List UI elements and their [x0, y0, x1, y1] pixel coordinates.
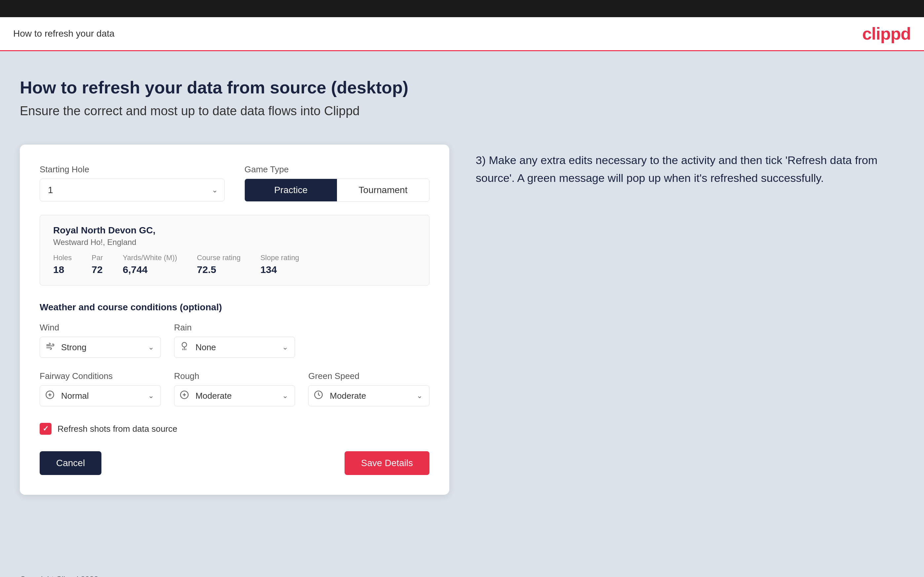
rough-select[interactable]: Moderate	[193, 385, 290, 406]
tournament-button[interactable]: Tournament	[337, 179, 429, 201]
stat-holes: Holes 18	[53, 253, 72, 275]
wind-select-wrapper[interactable]: Strong ⌄	[40, 337, 161, 358]
slope-rating-label: Slope rating	[260, 253, 299, 262]
wind-group: Wind Strong ⌄	[40, 322, 161, 358]
fairway-group: Fairway Conditions Normal ⌄	[40, 371, 161, 406]
wind-icon	[45, 342, 55, 353]
holes-value: 18	[53, 264, 72, 275]
fairway-label: Fairway Conditions	[40, 371, 161, 381]
save-button[interactable]: Save Details	[344, 451, 430, 475]
side-description: 3) Make any extra edits necessary to the…	[476, 145, 904, 187]
starting-hole-select[interactable]: 1	[40, 179, 224, 201]
game-type-buttons: Practice Tournament	[244, 179, 430, 202]
rough-label: Rough	[174, 371, 296, 381]
game-type-label: Game Type	[244, 164, 430, 175]
footer: Copyright Clippd 2022	[0, 565, 924, 577]
course-stats: Holes 18 Par 72 Yards/White (M)) 6,744 C…	[53, 253, 416, 275]
par-label: Par	[92, 253, 103, 262]
refresh-checkbox-row: ✓ Refresh shots from data source	[40, 423, 430, 435]
rain-label: Rain	[174, 322, 296, 333]
conditions-grid-row2: Fairway Conditions Normal ⌄ Rough	[40, 371, 430, 406]
rain-select[interactable]: None	[193, 337, 290, 358]
logo: clippd	[862, 24, 911, 44]
yards-label: Yards/White (M))	[123, 253, 178, 262]
green-speed-select[interactable]: Moderate	[327, 385, 424, 406]
content-area: Starting Hole 1 ⌄ Game Type Practice Tou…	[20, 145, 904, 495]
form-section-top: Starting Hole 1 ⌄ Game Type Practice Tou…	[40, 164, 430, 202]
course-info-box: Royal North Devon GC, Westward Ho!, Engl…	[40, 215, 430, 285]
green-speed-select-wrapper[interactable]: Moderate ⌄	[308, 385, 430, 406]
checkmark-icon: ✓	[43, 424, 48, 433]
side-note-text: 3) Make any extra edits necessary to the…	[476, 151, 904, 187]
game-type-group: Game Type Practice Tournament	[244, 164, 430, 202]
conditions-grid-row1: Wind Strong ⌄ Rain	[40, 322, 430, 358]
wind-select[interactable]: Strong	[58, 337, 155, 358]
wind-label: Wind	[40, 322, 161, 333]
slope-rating-value: 134	[260, 264, 299, 275]
rain-group: Rain None ⌄	[174, 322, 296, 358]
copyright: Copyright Clippd 2022	[20, 575, 98, 577]
top-bar	[0, 0, 924, 17]
header: How to refresh your data clippd	[0, 17, 924, 51]
holes-label: Holes	[53, 253, 72, 262]
starting-hole-select-wrapper[interactable]: 1 ⌄	[40, 179, 225, 201]
course-name: Royal North Devon GC,	[53, 225, 416, 236]
rough-select-wrapper[interactable]: Moderate ⌄	[174, 385, 296, 406]
green-speed-icon	[314, 390, 323, 402]
course-location: Westward Ho!, England	[53, 238, 416, 247]
rough-group: Rough Moderate ⌄	[174, 371, 296, 406]
header-title: How to refresh your data	[13, 28, 115, 39]
rough-icon	[180, 390, 189, 402]
main-content: How to refresh your data from source (de…	[0, 51, 924, 565]
course-rating-label: Course rating	[197, 253, 241, 262]
course-rating-value: 72.5	[197, 264, 241, 275]
green-speed-label: Green Speed	[308, 371, 430, 381]
rain-select-wrapper[interactable]: None ⌄	[174, 337, 296, 358]
starting-hole-label: Starting Hole	[40, 164, 225, 175]
page-heading: How to refresh your data from source (de…	[20, 77, 904, 97]
practice-button[interactable]: Practice	[245, 179, 337, 201]
starting-hole-group: Starting Hole 1 ⌄	[40, 164, 225, 202]
par-value: 72	[92, 264, 103, 275]
conditions-heading: Weather and course conditions (optional)	[40, 302, 430, 313]
stat-course-rating: Course rating 72.5	[197, 253, 241, 275]
form-card: Starting Hole 1 ⌄ Game Type Practice Tou…	[20, 145, 449, 495]
green-speed-group: Green Speed Moderate ⌄	[308, 371, 430, 406]
yards-value: 6,744	[123, 264, 178, 275]
rain-icon	[180, 342, 189, 353]
refresh-label: Refresh shots from data source	[58, 424, 178, 434]
refresh-checkbox[interactable]: ✓	[40, 423, 52, 435]
cancel-button[interactable]: Cancel	[40, 451, 102, 475]
fairway-icon	[45, 390, 55, 402]
page-subheading: Ensure the correct and most up to date d…	[20, 104, 904, 118]
form-actions: Cancel Save Details	[40, 451, 430, 475]
stat-slope-rating: Slope rating 134	[260, 253, 299, 275]
stat-yards: Yards/White (M)) 6,744	[123, 253, 178, 275]
stat-par: Par 72	[92, 253, 103, 275]
fairway-select-wrapper[interactable]: Normal ⌄	[40, 385, 161, 406]
fairway-select[interactable]: Normal	[58, 385, 155, 406]
